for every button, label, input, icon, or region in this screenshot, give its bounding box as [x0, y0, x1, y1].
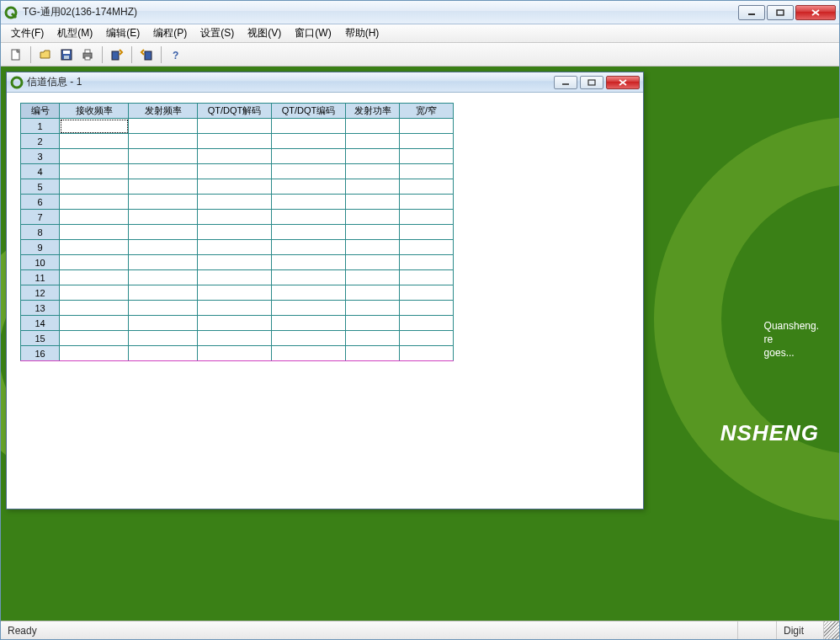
size-grip[interactable]	[824, 621, 839, 639]
grid-cell[interactable]	[198, 134, 272, 149]
grid-cell[interactable]	[400, 164, 454, 179]
grid-cell[interactable]	[400, 270, 454, 285]
row-number-cell[interactable]: 1	[21, 119, 60, 134]
grid-cell[interactable]	[272, 316, 346, 331]
row-number-cell[interactable]: 3	[21, 149, 60, 164]
grid-cell[interactable]	[400, 240, 454, 255]
grid-cell[interactable]	[198, 210, 272, 225]
grid-cell[interactable]	[129, 346, 198, 361]
new-button[interactable]	[6, 45, 26, 64]
grid-cell[interactable]	[60, 331, 129, 346]
minimize-button[interactable]	[738, 5, 765, 20]
grid-cell[interactable]	[198, 195, 272, 210]
row-number-cell[interactable]: 10	[21, 255, 60, 270]
grid-cell[interactable]	[400, 179, 454, 195]
main-titlebar[interactable]: TG-通用02(136-174MHZ)	[1, 1, 839, 24]
grid-cell[interactable]	[400, 346, 454, 361]
grid-cell[interactable]	[346, 149, 400, 164]
menu-model[interactable]: 机型(M)	[51, 24, 99, 42]
col-header-txfreq[interactable]: 发射频率	[129, 104, 198, 119]
open-button[interactable]	[35, 45, 56, 64]
grid-cell[interactable]	[129, 301, 198, 316]
menu-help[interactable]: 帮助(H)	[338, 24, 386, 42]
row-number-cell[interactable]: 9	[21, 240, 60, 255]
grid-cell[interactable]	[60, 240, 129, 255]
maximize-button[interactable]	[767, 5, 794, 20]
grid-cell[interactable]	[346, 195, 400, 210]
row-number-cell[interactable]: 16	[21, 346, 60, 361]
grid-cell[interactable]	[60, 316, 129, 331]
grid-cell[interactable]	[129, 149, 198, 164]
grid-cell[interactable]	[198, 285, 272, 301]
grid-cell[interactable]	[346, 119, 400, 134]
grid-cell[interactable]	[400, 119, 454, 134]
grid-cell[interactable]	[198, 316, 272, 331]
grid-cell[interactable]	[60, 164, 129, 179]
grid-cell[interactable]	[272, 346, 346, 361]
grid-cell[interactable]	[198, 225, 272, 240]
row-number-cell[interactable]: 11	[21, 270, 60, 285]
row-number-cell[interactable]: 2	[21, 134, 60, 149]
grid-cell[interactable]	[272, 301, 346, 316]
grid-cell[interactable]	[129, 225, 198, 240]
grid-cell[interactable]	[272, 149, 346, 164]
grid-cell[interactable]	[346, 225, 400, 240]
grid-cell[interactable]	[272, 134, 346, 149]
row-number-cell[interactable]: 15	[21, 331, 60, 346]
col-header-txpower[interactable]: 发射功率	[346, 104, 400, 119]
grid-cell[interactable]	[346, 179, 400, 195]
col-header-num[interactable]: 编号	[21, 104, 60, 119]
menu-program[interactable]: 编程(P)	[146, 24, 194, 42]
grid-cell[interactable]	[60, 225, 129, 240]
grid-cell[interactable]	[60, 285, 129, 301]
grid-cell[interactable]	[129, 119, 198, 134]
grid-cell[interactable]	[346, 255, 400, 270]
menu-settings[interactable]: 设置(S)	[194, 24, 241, 42]
grid-cell[interactable]	[129, 240, 198, 255]
row-number-cell[interactable]: 6	[21, 195, 60, 210]
grid-cell[interactable]	[346, 331, 400, 346]
grid-cell[interactable]	[400, 331, 454, 346]
grid-cell[interactable]	[198, 240, 272, 255]
grid-cell[interactable]	[272, 255, 346, 270]
grid-cell[interactable]	[198, 164, 272, 179]
grid-cell[interactable]	[60, 301, 129, 316]
row-number-cell[interactable]: 13	[21, 301, 60, 316]
grid-cell[interactable]	[60, 195, 129, 210]
grid-cell[interactable]	[272, 119, 346, 134]
grid-cell[interactable]	[346, 346, 400, 361]
child-minimize-button[interactable]	[554, 76, 577, 89]
grid-cell[interactable]	[346, 164, 400, 179]
row-number-cell[interactable]: 5	[21, 179, 60, 195]
grid-cell[interactable]	[129, 331, 198, 346]
grid-cell[interactable]	[272, 164, 346, 179]
grid-cell[interactable]	[272, 225, 346, 240]
print-button[interactable]	[77, 45, 98, 64]
grid-cell[interactable]	[198, 149, 272, 164]
help-button[interactable]: ?	[166, 45, 186, 64]
row-number-cell[interactable]: 12	[21, 285, 60, 301]
menu-window[interactable]: 窗口(W)	[288, 24, 338, 42]
grid-cell[interactable]	[400, 285, 454, 301]
grid-cell[interactable]	[129, 285, 198, 301]
col-header-qtdecode[interactable]: QT/DQT解码	[198, 104, 272, 119]
grid-cell[interactable]	[400, 149, 454, 164]
child-maximize-button[interactable]	[580, 76, 603, 89]
grid-cell[interactable]	[129, 316, 198, 331]
grid-cell[interactable]	[272, 195, 346, 210]
download-button[interactable]	[107, 45, 127, 64]
grid-cell[interactable]	[129, 210, 198, 225]
grid-cell[interactable]	[129, 270, 198, 285]
grid-cell[interactable]	[272, 270, 346, 285]
grid-cell[interactable]	[346, 316, 400, 331]
grid-cell[interactable]	[60, 119, 129, 134]
channel-grid[interactable]: 编号 接收频率 发射频率 QT/DQT解码 QT/DQT编码 发射功率 宽/窄 …	[20, 103, 454, 361]
grid-cell[interactable]	[60, 346, 129, 361]
grid-cell[interactable]	[198, 119, 272, 134]
col-header-widenarrow[interactable]: 宽/窄	[400, 104, 454, 119]
grid-cell[interactable]	[129, 255, 198, 270]
grid-cell[interactable]	[60, 270, 129, 285]
child-close-button[interactable]	[606, 76, 640, 89]
grid-cell[interactable]	[60, 210, 129, 225]
row-number-cell[interactable]: 4	[21, 164, 60, 179]
